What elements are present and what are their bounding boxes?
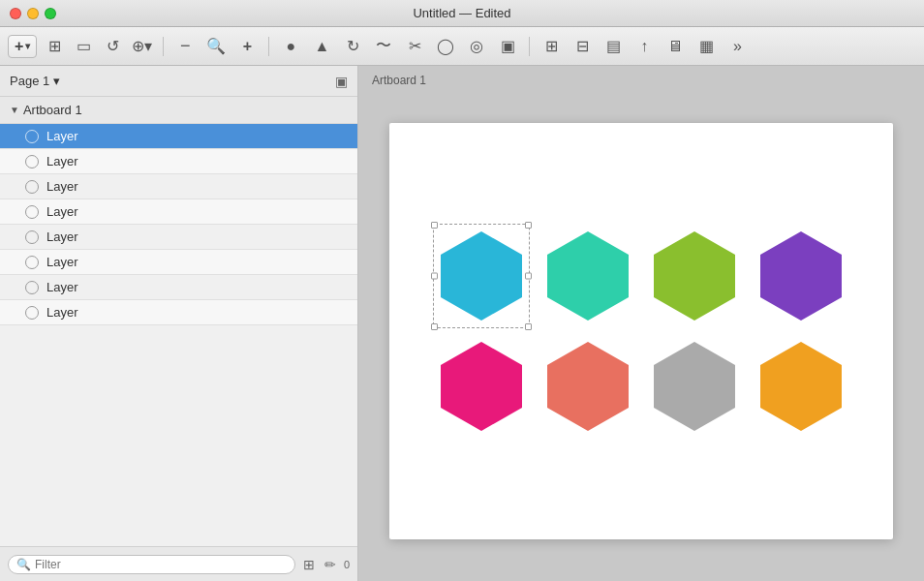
symbol-button[interactable]: ⊕▾ [128,33,155,60]
traffic-lights [10,8,56,19]
inspector-button[interactable]: ▦ [693,33,720,60]
search-icon: 🔍 [16,558,31,571]
minimize-button[interactable] [27,8,39,19]
maximize-button[interactable] [45,8,56,19]
layer-name: Layer [46,179,78,194]
hexagon-1[interactable] [439,229,524,322]
artboard-canvas[interactable] [389,123,893,539]
align-left-button[interactable]: ⊞ [538,33,565,60]
distribute-button[interactable]: ▤ [600,33,627,60]
toggle-layers-button[interactable]: ⊞ [41,33,68,60]
add-layer-icon[interactable]: ⊞ [301,555,317,574]
layer-item[interactable]: Layer [0,225,357,250]
layer-visibility-icon [25,180,39,194]
svg-marker-4 [441,342,522,431]
present-button[interactable]: 🖥 [662,33,689,60]
close-button[interactable] [10,8,21,19]
hexagon-wrapper-2[interactable] [545,229,631,322]
sidebar: Page 1 ▾ ▣ ▼ Artboard 1 Layer Layer Laye… [0,66,358,581]
window-title: Untitled — Edited [413,6,510,20]
zoom-out-button[interactable]: − [171,33,199,60]
toolbar-separator-1 [163,37,164,56]
hexagon-6[interactable] [545,340,631,433]
hexagon-wrapper-5[interactable] [439,340,524,433]
circle-tool[interactable]: ◯ [432,33,459,60]
hexagon-3[interactable] [652,229,737,322]
hexagon-5[interactable] [439,340,524,433]
sidebar-footer: 🔍 ⊞ ✏ 0 [0,546,357,581]
canvas-content[interactable] [358,91,924,581]
hexagon-7[interactable] [652,340,737,433]
hexagon-wrapper-3[interactable] [652,229,737,322]
shape-button[interactable]: ▲ [308,33,335,60]
export-button[interactable]: ↑ [631,33,658,60]
toolbar-separator-2 [268,37,269,56]
layer-item[interactable]: Layer [0,199,357,225]
layer-item[interactable]: Layer [0,174,357,199]
svg-marker-0 [441,231,522,321]
hexagon-wrapper-6[interactable] [545,340,631,433]
layer-visibility-icon [25,230,39,244]
selection-handle-tr[interactable] [525,222,532,229]
align-right-button[interactable]: ⊟ [569,33,596,60]
artboard-header[interactable]: ▼ Artboard 1 [0,97,357,124]
history-button[interactable]: ↺ [99,33,126,60]
zoom-icon[interactable]: 🔍 [202,33,230,60]
layer-name: Layer [46,129,78,143]
svg-marker-6 [654,342,735,431]
add-icon: + [15,38,23,55]
layer-item[interactable]: Layer [0,300,357,325]
more-button[interactable]: » [724,33,751,60]
canvas-area[interactable]: Artboard 1 [358,66,924,581]
layer-visibility-icon [25,205,39,219]
selection-handle-tl[interactable] [431,222,438,229]
svg-marker-7 [760,342,842,431]
selection-handle-mr[interactable] [525,273,532,280]
vector-button[interactable]: 〜 [370,33,397,60]
edit-layer-icon[interactable]: ✏ [323,555,338,574]
scissors-button[interactable]: ✂ [401,33,428,60]
selection-handle-ml[interactable] [431,273,438,280]
layer-item[interactable]: Layer [0,124,357,149]
hexagon-wrapper-1[interactable] [439,229,524,322]
svg-marker-3 [760,231,842,321]
hexagon-8[interactable] [758,340,844,433]
layer-item[interactable]: Layer [0,149,357,174]
add-button[interactable]: + ▾ [8,35,37,58]
hexagon-wrapper-8[interactable] [758,340,844,433]
page-selector[interactable]: Page 1 ▾ [10,74,60,88]
record-button[interactable]: ◎ [463,33,490,60]
zoom-in-button[interactable]: + [233,33,261,60]
rotate-button[interactable]: ↻ [339,33,366,60]
hexagon-2[interactable] [545,229,631,322]
fill-button[interactable]: ● [277,33,304,60]
view-tools: ⊞ ▭ ↺ ⊕▾ [41,33,155,60]
selection-handle-br[interactable] [525,323,532,330]
layer-visibility-icon [25,130,39,143]
artboard-tool[interactable]: ▭ [70,33,97,60]
filter-input-wrapper[interactable]: 🔍 [8,555,295,574]
artboard-expand-icon: ▼ [10,105,19,115]
hexagon-4[interactable] [758,229,844,322]
svg-marker-5 [547,342,629,431]
layer-name: Layer [46,305,78,320]
layer-item[interactable]: Layer [0,275,357,300]
grid-button[interactable]: ▣ [494,33,521,60]
layer-count-badge: 0 [344,559,350,570]
toolbar: + ▾ ⊞ ▭ ↺ ⊕▾ − 🔍 + ● ▲ ↻ 〜 ✂ ◯ ◎ ▣ ⊞ ⊟ ▤… [0,27,924,66]
layer-visibility-icon [25,155,39,168]
hexagons-grid [419,210,863,452]
layer-name: Layer [46,154,78,168]
layer-item[interactable]: Layer [0,250,357,275]
artboard-canvas-label: Artboard 1 [358,66,924,91]
hexagon-wrapper-4[interactable] [758,229,844,322]
layer-visibility-icon [25,306,39,320]
hexagon-wrapper-7[interactable] [652,340,737,433]
layer-visibility-icon [25,256,39,269]
filter-input[interactable] [35,558,287,571]
svg-marker-1 [547,231,629,321]
selection-handle-bl[interactable] [431,323,438,330]
layer-name: Layer [46,204,78,219]
page-icon[interactable]: ▣ [335,74,348,89]
artboard-name: Artboard 1 [23,103,82,117]
